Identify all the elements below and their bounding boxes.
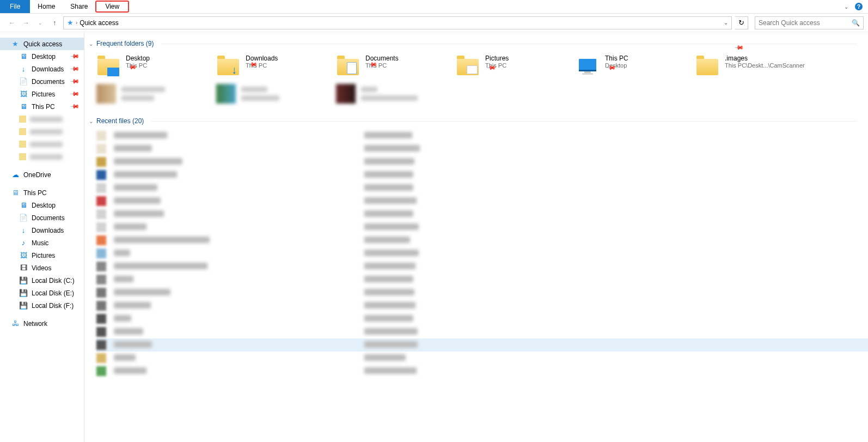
recent-file-row[interactable]	[96, 181, 868, 195]
navigation-pane: ★ Quick access 🖥 Desktop 📌↓ Downloads 📌📄…	[0, 32, 84, 442]
recent-file-row[interactable]	[96, 286, 868, 299]
recent-dropdown-icon[interactable]: ⌄	[35, 17, 46, 28]
folder-icon	[336, 53, 360, 77]
sidebar-item-blurred[interactable]	[0, 150, 84, 163]
address-bar[interactable]: ★ › Quick access ⌄	[63, 16, 732, 29]
file-name-blurred	[114, 263, 207, 269]
sidebar-item-desktop2[interactable]: 🖥 Desktop	[0, 199, 84, 211]
recent-file-row[interactable]	[96, 352, 868, 365]
sidebar-item-diskf[interactable]: 💾 Local Disk (F:)	[0, 299, 84, 312]
section-recent-files[interactable]: ⌄ Recent files (20)	[89, 115, 868, 127]
file-location-blurred	[364, 341, 418, 348]
file-name-blurred	[114, 302, 151, 308]
folder-tile-desktop[interactable]: Desktop This PC 📌	[95, 52, 214, 79]
refresh-button[interactable]: ↻	[735, 16, 748, 29]
pin-icon: 📌	[69, 76, 80, 87]
file-icon	[96, 144, 106, 154]
tab-view[interactable]: View	[95, 1, 129, 13]
up-button[interactable]: ↑	[49, 17, 60, 28]
file-location-blurred	[364, 250, 419, 256]
star-icon: ★	[11, 40, 20, 49]
search-input[interactable]	[759, 19, 852, 27]
help-icon[interactable]: ?	[855, 3, 863, 10]
sidebar-label: Documents	[32, 78, 67, 86]
recent-file-row[interactable]	[96, 129, 868, 142]
sidebar-item-pictures2[interactable]: 🖼 Pictures	[0, 249, 84, 262]
ribbon-expand-icon[interactable]: ⌄	[844, 4, 848, 10]
folder-tile-documents[interactable]: Documents This PC 📌	[335, 52, 454, 79]
file-icon	[96, 275, 106, 284]
cloud-icon: ☁	[11, 171, 20, 179]
sidebar-item-this-pc[interactable]: 🖥 This PC	[0, 186, 84, 199]
sidebar-item-music[interactable]: ♪ Music	[0, 237, 84, 249]
recent-file-row[interactable]	[96, 325, 868, 338]
sidebar-item-blurred[interactable]	[0, 113, 84, 125]
navigation-bar: ← → ⌄ ↑ ★ › Quick access ⌄ ↻ 🔍	[0, 14, 868, 32]
forward-button[interactable]: →	[21, 17, 32, 28]
file-name-blurred	[114, 276, 133, 282]
folder-tile-blurred[interactable]	[215, 80, 334, 107]
chevron-down-icon: ⌄	[89, 41, 93, 47]
recent-file-row[interactable]	[96, 312, 868, 325]
monitor-icon: 🖥	[19, 201, 28, 210]
folder-tile-downloads[interactable]: Downloads This PC 📌	[215, 52, 334, 79]
recent-file-row[interactable]	[96, 299, 868, 312]
sidebar-item-downloads[interactable]: ↓ Downloads 📌	[0, 63, 84, 75]
folder-tile-pictures[interactable]: Pictures This PC 📌	[455, 52, 573, 79]
recent-file-row[interactable]	[96, 155, 868, 168]
tab-home[interactable]: Home	[30, 0, 63, 13]
file-location-blurred	[364, 210, 413, 217]
disk-icon: 💾	[19, 289, 28, 298]
sidebar-item-videos[interactable]: 🎞 Videos	[0, 262, 84, 274]
recent-file-row[interactable]	[96, 208, 868, 221]
folder-tile-blurred[interactable]	[95, 80, 214, 107]
recent-file-row[interactable]	[96, 142, 868, 155]
monitor-icon: 🖥	[11, 189, 20, 197]
folder-tile-images[interactable]: .images This PC\Deskt...\CamScanner 📌	[694, 52, 813, 79]
sidebar-item-quick-access[interactable]: ★ Quick access	[0, 38, 84, 50]
recent-file-row[interactable]	[96, 365, 868, 378]
recent-file-row[interactable]	[96, 195, 868, 208]
tab-share[interactable]: Share	[63, 0, 95, 13]
recent-file-row[interactable]	[96, 234, 868, 247]
tab-file[interactable]: File	[0, 0, 30, 13]
network-icon: 🖧	[11, 319, 20, 328]
file-name-blurred	[114, 354, 136, 361]
sidebar-item-blurred[interactable]	[0, 125, 84, 138]
recent-file-row[interactable]	[96, 247, 868, 260]
sidebar-item-onedrive[interactable]: ☁ OneDrive	[0, 168, 84, 181]
sidebar-label-blurred	[30, 117, 63, 122]
folder-icon	[19, 141, 26, 148]
sidebar-item-diske[interactable]: 💾 Local Disk (E:)	[0, 287, 84, 299]
section-frequent-folders[interactable]: ⌄ Frequent folders (9)	[89, 38, 868, 50]
search-box[interactable]: 🔍	[755, 16, 864, 29]
recent-file-row[interactable]	[96, 221, 868, 234]
pin-icon: 📌	[69, 64, 80, 74]
folder-tile-thispc[interactable]: This PC Desktop 📌	[574, 52, 693, 79]
sidebar-item-documents2[interactable]: 📄 Documents	[0, 211, 84, 224]
folder-location-blurred	[121, 95, 154, 101]
doc-icon: 📄	[19, 214, 28, 222]
sidebar-item-blurred[interactable]	[0, 138, 84, 150]
recent-file-row[interactable]	[96, 260, 868, 273]
file-icon	[96, 353, 106, 363]
file-location-blurred	[364, 145, 420, 152]
sidebar-item-diskc[interactable]: 💾 Local Disk (C:)	[0, 274, 84, 287]
file-location-blurred	[364, 315, 413, 322]
search-icon[interactable]: 🔍	[852, 19, 860, 27]
svg-rect-1	[579, 70, 596, 71]
recent-file-row[interactable]	[96, 338, 868, 352]
file-location-blurred	[364, 367, 417, 374]
sidebar-item-network[interactable]: 🖧 Network	[0, 317, 84, 330]
file-name-blurred	[114, 184, 157, 191]
file-name-blurred	[114, 250, 130, 256]
sidebar-item-thispc[interactable]: 🖥 This PC 📌	[0, 100, 84, 113]
sidebar-item-downloads2[interactable]: ↓ Downloads	[0, 224, 84, 237]
sidebar-item-documents[interactable]: 📄 Documents 📌	[0, 75, 84, 88]
back-button[interactable]: ←	[7, 17, 17, 28]
recent-file-row[interactable]	[96, 273, 868, 286]
sidebar-item-pictures[interactable]: 🖼 Pictures 📌	[0, 88, 84, 100]
sidebar-item-desktop[interactable]: 🖥 Desktop 📌	[0, 50, 84, 63]
recent-file-row[interactable]	[96, 168, 868, 181]
address-dropdown-icon[interactable]: ⌄	[724, 20, 728, 26]
